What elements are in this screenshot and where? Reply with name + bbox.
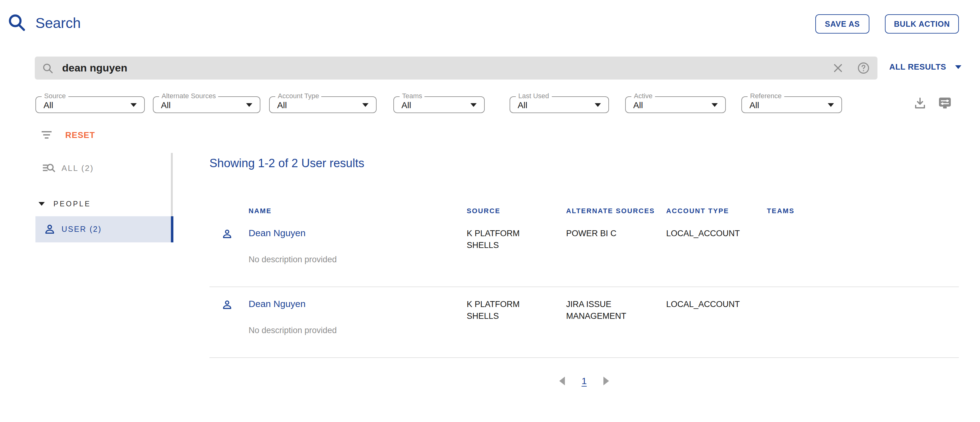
user-description: No description provided — [248, 326, 467, 335]
results-sidebar: ALL (2) PEOPLE USER (2) — [35, 153, 172, 242]
user-link[interactable]: Dean Nguyen — [248, 298, 305, 309]
column-header-name: NAME — [248, 205, 467, 216]
sidebar-group-people[interactable]: PEOPLE — [35, 196, 172, 212]
chevron-down-icon — [595, 103, 601, 107]
chevron-down-icon — [828, 103, 834, 107]
search-page: Search SAVE AS BULK ACTION ALL RESULTS S… — [0, 0, 980, 422]
page-title: Search — [35, 15, 81, 32]
results-scope-dropdown[interactable]: ALL RESULTS — [889, 62, 961, 72]
filter-label: Active — [632, 92, 655, 99]
list-search-icon — [42, 161, 55, 174]
download-icon[interactable] — [914, 97, 926, 109]
filter-label: Account Type — [275, 92, 321, 99]
alternate-sources-cell: JIRA ISSUE MANAGEMENT — [566, 298, 666, 335]
filter-value: All — [401, 100, 411, 110]
filter-funnel-icon — [41, 129, 52, 140]
filter-active[interactable]: Active All — [625, 96, 726, 113]
save-as-button[interactable]: SAVE AS — [815, 14, 869, 33]
name-cell: Dean Nguyen No description provided — [248, 298, 467, 335]
sidebar-item-all[interactable]: ALL (2) — [35, 158, 172, 178]
search-input[interactable] — [62, 62, 833, 74]
person-icon — [44, 224, 55, 235]
sidebar-item-label: ALL (2) — [62, 163, 94, 172]
account-type-cell: LOCAL_ACCOUNT — [666, 298, 767, 335]
filter-value: All — [43, 100, 53, 110]
filter-value: All — [161, 100, 170, 110]
chevron-down-icon — [471, 103, 477, 107]
chevron-down-icon — [711, 103, 718, 107]
results-main: Showing 1-2 of 2 User results NAME SOURC… — [209, 153, 959, 386]
filter-label: Reference — [748, 92, 784, 99]
bulk-action-button[interactable]: BULK ACTION — [885, 14, 959, 33]
column-header-alternate-sources: ALTERNATE SOURCES — [566, 205, 666, 216]
previous-page-icon[interactable] — [559, 376, 565, 385]
filter-last-used[interactable]: Last Used All — [509, 96, 609, 113]
sidebar-item-label: USER (2) — [62, 225, 102, 234]
chevron-down-icon — [38, 202, 45, 206]
row-icon-cell — [209, 228, 248, 264]
results-summary: Showing 1-2 of 2 User results — [209, 157, 959, 170]
filter-label: Last Used — [516, 92, 552, 99]
filter-teams[interactable]: Teams All — [393, 96, 485, 113]
user-link[interactable]: Dean Nguyen — [248, 228, 305, 238]
name-cell: Dean Nguyen No description provided — [248, 228, 467, 264]
alternate-sources-cell: POWER BI C — [566, 228, 666, 264]
pagination: 1 — [209, 376, 959, 386]
chevron-down-icon — [130, 103, 137, 107]
reset-row: RESET — [41, 129, 95, 140]
sidebar-item-user[interactable]: USER (2) — [35, 216, 172, 242]
filter-value: All — [633, 100, 643, 110]
account-type-cell: LOCAL_ACCOUNT — [666, 228, 767, 264]
chevron-down-icon — [362, 103, 369, 107]
filter-value: All — [749, 100, 759, 110]
filter-source[interactable]: Source All — [35, 96, 145, 113]
clear-search-icon[interactable] — [833, 64, 843, 73]
filter-reference[interactable]: Reference All — [741, 96, 842, 113]
filter-account-type[interactable]: Account Type All — [269, 96, 377, 113]
table-row: Dean Nguyen No description provided K PL… — [209, 216, 959, 287]
filter-label: Source — [41, 92, 68, 99]
results-table-header: NAME SOURCE ALTERNATE SOURCES ACCOUNT TY… — [209, 205, 959, 216]
magnifier-icon — [42, 62, 53, 74]
results-scope-label: ALL RESULTS — [889, 62, 946, 72]
source-cell: K PLATFORM SHELLS — [467, 298, 566, 335]
filter-value: All — [518, 100, 527, 110]
teams-cell — [767, 298, 959, 335]
filter-label: Teams — [399, 92, 425, 99]
person-icon — [222, 229, 232, 239]
display-settings-icon[interactable] — [939, 96, 951, 109]
page-number[interactable]: 1 — [582, 376, 587, 386]
column-header-account-type: ACCOUNT TYPE — [666, 205, 767, 216]
user-description: No description provided — [248, 255, 467, 264]
filter-label: Alternate Sources — [159, 92, 218, 99]
chevron-down-icon — [955, 65, 961, 68]
column-header-spacer — [209, 205, 248, 216]
row-icon-cell — [209, 298, 248, 335]
person-icon — [222, 299, 232, 310]
chevron-down-icon — [246, 103, 252, 107]
source-cell: K PLATFORM SHELLS — [467, 228, 566, 264]
column-header-teams: TEAMS — [767, 205, 959, 216]
filter-value: All — [277, 100, 287, 110]
sidebar-group-label: PEOPLE — [53, 200, 91, 208]
column-header-source: SOURCE — [467, 205, 566, 216]
filter-alternate-sources[interactable]: Alternate Sources All — [153, 96, 260, 113]
next-page-icon[interactable] — [603, 376, 609, 385]
table-row: Dean Nguyen No description provided K PL… — [209, 287, 959, 358]
search-bar[interactable] — [35, 57, 877, 80]
teams-cell — [767, 228, 959, 264]
reset-button[interactable]: RESET — [65, 130, 95, 140]
search-icon — [7, 13, 27, 32]
app-header: Search SAVE AS BULK ACTION — [0, 0, 980, 43]
help-icon[interactable] — [858, 62, 869, 74]
